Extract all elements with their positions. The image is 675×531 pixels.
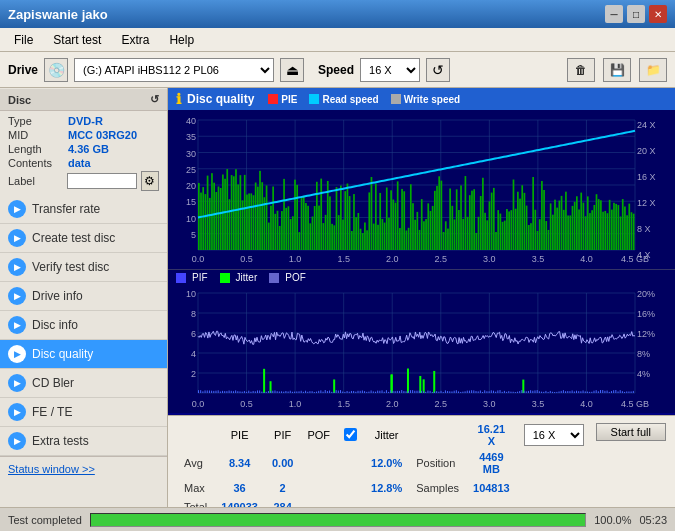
legend-pof: POF: [269, 272, 306, 283]
right-content: ℹ Disc quality PIE Read speed Write spee…: [168, 88, 675, 507]
samples-label: Samples: [410, 478, 465, 498]
sidebar-item-drive-info[interactable]: ▶ Drive info: [0, 282, 167, 311]
avg-label: Avg: [178, 450, 213, 476]
legend-read-speed-dot: [309, 94, 319, 104]
legend-pof-dot: [269, 273, 279, 283]
col-header-pif: PIF: [266, 422, 299, 448]
menu-file[interactable]: File: [4, 31, 43, 49]
col-header-pof: POF: [301, 422, 336, 448]
col-header-jitter: Jitter: [365, 422, 408, 448]
title-bar: Zapiswanie jako ─ □ ✕: [0, 0, 675, 28]
label-settings-button[interactable]: ⚙: [141, 171, 159, 191]
menu-start-test[interactable]: Start test: [43, 31, 111, 49]
chart-icon: ℹ: [176, 91, 181, 107]
col-header-pie: PIE: [215, 422, 264, 448]
progress-container: [90, 513, 586, 527]
charts-wrapper: PIF Jitter POF: [168, 110, 675, 415]
fe-te-icon: ▶: [8, 403, 26, 421]
legend-read-speed: Read speed: [309, 94, 378, 105]
max-pof: [301, 478, 336, 498]
create-test-disc-icon: ▶: [8, 229, 26, 247]
status-message: Test completed: [8, 514, 82, 526]
sidebar-item-fe-te[interactable]: ▶ FE / TE: [0, 398, 167, 427]
legend-jitter-dot: [220, 273, 230, 283]
avg-jitter: 12.0%: [365, 450, 408, 476]
sidebar-item-extra-tests[interactable]: ▶ Extra tests: [0, 427, 167, 456]
total-label: Total: [178, 500, 213, 507]
eraser-icon[interactable]: 🗑: [567, 58, 595, 82]
app-title: Zapiswanie jako: [8, 7, 108, 22]
verify-test-disc-icon: ▶: [8, 258, 26, 276]
start-full-button[interactable]: Start full: [596, 423, 666, 441]
minimize-button[interactable]: ─: [605, 5, 623, 23]
chart-title-bar: ℹ Disc quality PIE Read speed Write spee…: [168, 88, 675, 110]
max-jitter: 12.8%: [365, 478, 408, 498]
disc-section-header: Disc ↺: [0, 88, 167, 111]
legend-pie-dot: [268, 94, 278, 104]
samples-value: 104813: [467, 478, 516, 498]
total-pof: [301, 500, 336, 507]
avg-pif: 0.00: [266, 450, 299, 476]
sidebar-item-create-test-disc[interactable]: ▶ Create test disc: [0, 224, 167, 253]
sidebar-item-disc-info[interactable]: ▶ Disc info: [0, 311, 167, 340]
drive-label: Drive: [8, 63, 38, 77]
sidebar: Disc ↺ Type DVD-R MID MCC 03RG20 Length …: [0, 88, 168, 507]
drive-icon: 💿: [44, 58, 68, 82]
drive-info-icon: ▶: [8, 287, 26, 305]
speed-label: Speed: [318, 63, 354, 77]
drive-select[interactable]: (G:) ATAPI iHBS112 2 PL06: [74, 58, 274, 82]
legend-jitter: Jitter: [220, 272, 258, 283]
menu-help[interactable]: Help: [159, 31, 204, 49]
position-label: Position: [410, 450, 465, 476]
legend-pie: PIE: [268, 94, 297, 105]
burn-icon[interactable]: 💾: [603, 58, 631, 82]
chart-top: [168, 110, 675, 270]
legend-pif-dot: [176, 273, 186, 283]
status-window-button[interactable]: Status window >>: [0, 456, 167, 481]
elapsed-time: 05:23: [639, 514, 667, 526]
max-label: Max: [178, 478, 213, 498]
speed-select[interactable]: 16 X: [360, 58, 420, 82]
main-content: Disc ↺ Type DVD-R MID MCC 03RG20 Length …: [0, 88, 675, 507]
disc-info-icon: ▶: [8, 316, 26, 334]
menu-extra[interactable]: Extra: [111, 31, 159, 49]
legend-pif: PIF: [176, 272, 208, 283]
sidebar-item-verify-test-disc[interactable]: ▶ Verify test disc: [0, 253, 167, 282]
refresh-button[interactable]: ↺: [426, 58, 450, 82]
avg-pof: [301, 450, 336, 476]
speed-value: 16.21 X: [467, 422, 516, 448]
disc-quality-icon: ▶: [8, 345, 26, 363]
close-button[interactable]: ✕: [649, 5, 667, 23]
chart-title: Disc quality: [187, 92, 254, 106]
total-pie: 149033: [215, 500, 264, 507]
cd-bler-icon: ▶: [8, 374, 26, 392]
max-pif: 2: [266, 478, 299, 498]
menu-bar: File Start test Extra Help: [0, 28, 675, 52]
stats-speed-select[interactable]: 16 X: [524, 424, 584, 446]
window-controls: ─ □ ✕: [605, 5, 667, 23]
stats-bar: PIE PIF POF Jitter 16.21 X 16 X Start fu…: [168, 415, 675, 507]
position-value: 4469 MB: [467, 450, 516, 476]
save-icon[interactable]: 📁: [639, 58, 667, 82]
chart-legend-bottom: PIF Jitter POF: [168, 270, 675, 285]
eject-button[interactable]: ⏏: [280, 58, 304, 82]
label-input[interactable]: [67, 173, 137, 189]
sidebar-item-cd-bler[interactable]: ▶ CD Bler: [0, 369, 167, 398]
disc-info-grid: Type DVD-R MID MCC 03RG20 Length 4.36 GB…: [0, 111, 167, 195]
chart-legend-top: PIE Read speed Write speed: [268, 94, 460, 105]
disc-refresh-icon[interactable]: ↺: [150, 93, 159, 106]
legend-write-speed: Write speed: [391, 94, 461, 105]
legend-write-speed-dot: [391, 94, 401, 104]
extra-tests-icon: ▶: [8, 432, 26, 450]
drive-bar: Drive 💿 (G:) ATAPI iHBS112 2 PL06 ⏏ Spee…: [0, 52, 675, 88]
progress-percent: 100.0%: [594, 514, 631, 526]
status-bar: Test completed 100.0% 05:23: [0, 507, 675, 531]
sidebar-item-disc-quality[interactable]: ▶ Disc quality: [0, 340, 167, 369]
avg-pie: 8.34: [215, 450, 264, 476]
progress-bar: [91, 514, 585, 526]
maximize-button[interactable]: □: [627, 5, 645, 23]
max-pie: 36: [215, 478, 264, 498]
sidebar-item-transfer-rate[interactable]: ▶ Transfer rate: [0, 195, 167, 224]
jitter-checkbox[interactable]: [344, 428, 357, 441]
transfer-rate-icon: ▶: [8, 200, 26, 218]
